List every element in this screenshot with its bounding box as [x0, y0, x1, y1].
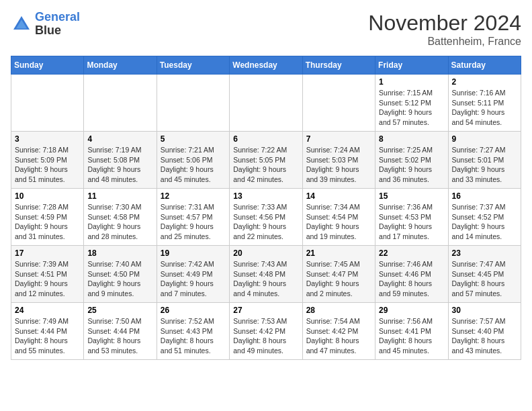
calendar-cell: 26Sunrise: 7:52 AM Sunset: 4:43 PM Dayli… [157, 303, 229, 360]
weekday-header-tuesday: Tuesday [157, 56, 229, 75]
logo-icon [11, 13, 32, 35]
day-info: Sunrise: 7:45 AM Sunset: 4:47 PM Dayligh… [306, 259, 371, 299]
calendar-cell: 10Sunrise: 7:28 AM Sunset: 4:59 PM Dayli… [11, 189, 84, 246]
calendar-cell: 3Sunrise: 7:18 AM Sunset: 5:09 PM Daylig… [11, 132, 84, 189]
calendar-cell: 15Sunrise: 7:36 AM Sunset: 4:53 PM Dayli… [375, 189, 448, 246]
calendar-cell: 18Sunrise: 7:40 AM Sunset: 4:50 PM Dayli… [84, 246, 157, 303]
calendar-cell: 7Sunrise: 7:24 AM Sunset: 5:03 PM Daylig… [302, 132, 375, 189]
day-info: Sunrise: 7:39 AM Sunset: 4:51 PM Dayligh… [15, 259, 80, 299]
calendar-cell [157, 75, 229, 132]
calendar-cell: 4Sunrise: 7:19 AM Sunset: 5:08 PM Daylig… [84, 132, 157, 189]
day-info: Sunrise: 7:33 AM Sunset: 4:56 PM Dayligh… [233, 202, 298, 242]
day-info: Sunrise: 7:56 AM Sunset: 4:41 PM Dayligh… [379, 316, 444, 356]
calendar-cell: 17Sunrise: 7:39 AM Sunset: 4:51 PM Dayli… [11, 246, 84, 303]
day-number: 30 [452, 306, 517, 315]
day-info: Sunrise: 7:24 AM Sunset: 5:03 PM Dayligh… [306, 145, 371, 185]
day-number: 20 [233, 248, 298, 258]
day-number: 6 [233, 134, 298, 144]
day-number: 5 [161, 134, 226, 144]
calendar-cell [302, 75, 375, 132]
day-number: 18 [87, 248, 152, 258]
calendar-cell: 16Sunrise: 7:37 AM Sunset: 4:52 PM Dayli… [448, 189, 521, 246]
weekday-header-wednesday: Wednesday [230, 56, 302, 75]
day-info: Sunrise: 7:36 AM Sunset: 4:53 PM Dayligh… [379, 202, 444, 242]
page-header: General Blue November 2024 Battenheim, F… [11, 11, 521, 48]
calendar-cell: 19Sunrise: 7:42 AM Sunset: 4:49 PM Dayli… [157, 246, 229, 303]
day-number: 10 [15, 191, 80, 201]
day-number: 12 [161, 191, 226, 201]
day-number: 15 [379, 191, 444, 201]
day-number: 13 [233, 191, 298, 201]
calendar-cell: 29Sunrise: 7:56 AM Sunset: 4:41 PM Dayli… [375, 303, 448, 360]
day-info: Sunrise: 7:46 AM Sunset: 4:46 PM Dayligh… [379, 259, 444, 299]
day-number: 26 [161, 306, 226, 315]
day-number: 27 [233, 306, 298, 315]
day-info: Sunrise: 7:54 AM Sunset: 4:42 PM Dayligh… [306, 316, 371, 356]
calendar-cell: 24Sunrise: 7:49 AM Sunset: 4:44 PM Dayli… [11, 303, 84, 360]
day-number: 29 [379, 306, 444, 315]
day-info: Sunrise: 7:57 AM Sunset: 4:40 PM Dayligh… [452, 316, 517, 356]
calendar-table: SundayMondayTuesdayWednesdayThursdayFrid… [11, 56, 521, 360]
calendar-cell: 23Sunrise: 7:47 AM Sunset: 4:45 PM Dayli… [448, 246, 521, 303]
calendar-cell: 2Sunrise: 7:16 AM Sunset: 5:11 PM Daylig… [448, 75, 521, 132]
calendar-cell: 12Sunrise: 7:31 AM Sunset: 4:57 PM Dayli… [157, 189, 229, 246]
calendar-cell: 5Sunrise: 7:21 AM Sunset: 5:06 PM Daylig… [157, 132, 229, 189]
day-info: Sunrise: 7:25 AM Sunset: 5:02 PM Dayligh… [379, 145, 444, 185]
weekday-header-thursday: Thursday [302, 56, 375, 75]
day-info: Sunrise: 7:21 AM Sunset: 5:06 PM Dayligh… [161, 145, 226, 185]
week-row-3: 10Sunrise: 7:28 AM Sunset: 4:59 PM Dayli… [11, 189, 521, 246]
day-number: 16 [452, 191, 517, 201]
calendar-cell: 6Sunrise: 7:22 AM Sunset: 5:05 PM Daylig… [230, 132, 302, 189]
day-info: Sunrise: 7:18 AM Sunset: 5:09 PM Dayligh… [15, 145, 80, 185]
day-number: 2 [452, 77, 517, 87]
day-info: Sunrise: 7:49 AM Sunset: 4:44 PM Dayligh… [15, 316, 80, 356]
logo-text: General Blue [35, 11, 80, 38]
day-number: 4 [87, 134, 152, 144]
day-number: 11 [87, 191, 152, 201]
weekday-header-row: SundayMondayTuesdayWednesdayThursdayFrid… [11, 56, 521, 75]
calendar-cell: 14Sunrise: 7:34 AM Sunset: 4:54 PM Dayli… [302, 189, 375, 246]
title-area: November 2024 Battenheim, France [368, 11, 521, 48]
calendar-cell: 22Sunrise: 7:46 AM Sunset: 4:46 PM Dayli… [375, 246, 448, 303]
day-number: 21 [306, 248, 371, 258]
day-info: Sunrise: 7:42 AM Sunset: 4:49 PM Dayligh… [161, 259, 226, 299]
day-number: 9 [452, 134, 517, 144]
calendar-cell: 13Sunrise: 7:33 AM Sunset: 4:56 PM Dayli… [230, 189, 302, 246]
calendar-cell: 11Sunrise: 7:30 AM Sunset: 4:58 PM Dayli… [84, 189, 157, 246]
day-number: 3 [15, 134, 80, 144]
calendar-cell: 9Sunrise: 7:27 AM Sunset: 5:01 PM Daylig… [448, 132, 521, 189]
week-row-5: 24Sunrise: 7:49 AM Sunset: 4:44 PM Dayli… [11, 303, 521, 360]
day-number: 22 [379, 248, 444, 258]
day-number: 1 [379, 77, 444, 87]
day-info: Sunrise: 7:37 AM Sunset: 4:52 PM Dayligh… [452, 202, 517, 242]
day-info: Sunrise: 7:50 AM Sunset: 4:44 PM Dayligh… [87, 316, 152, 356]
calendar-cell: 28Sunrise: 7:54 AM Sunset: 4:42 PM Dayli… [302, 303, 375, 360]
calendar-cell: 20Sunrise: 7:43 AM Sunset: 4:48 PM Dayli… [230, 246, 302, 303]
calendar-cell [84, 75, 157, 132]
day-number: 19 [161, 248, 226, 258]
day-number: 14 [306, 191, 371, 201]
month-title: November 2024 [368, 11, 521, 36]
calendar-cell: 1Sunrise: 7:15 AM Sunset: 5:12 PM Daylig… [375, 75, 448, 132]
week-row-2: 3Sunrise: 7:18 AM Sunset: 5:09 PM Daylig… [11, 132, 521, 189]
weekday-header-sunday: Sunday [11, 56, 84, 75]
day-info: Sunrise: 7:30 AM Sunset: 4:58 PM Dayligh… [87, 202, 152, 242]
day-info: Sunrise: 7:53 AM Sunset: 4:42 PM Dayligh… [233, 316, 298, 356]
day-info: Sunrise: 7:34 AM Sunset: 4:54 PM Dayligh… [306, 202, 371, 242]
day-info: Sunrise: 7:16 AM Sunset: 5:11 PM Dayligh… [452, 88, 517, 128]
day-info: Sunrise: 7:31 AM Sunset: 4:57 PM Dayligh… [161, 202, 226, 242]
day-info: Sunrise: 7:27 AM Sunset: 5:01 PM Dayligh… [452, 145, 517, 185]
location: Battenheim, France [368, 36, 521, 48]
day-info: Sunrise: 7:47 AM Sunset: 4:45 PM Dayligh… [452, 259, 517, 299]
day-number: 24 [15, 306, 80, 315]
calendar-cell [230, 75, 302, 132]
day-info: Sunrise: 7:19 AM Sunset: 5:08 PM Dayligh… [87, 145, 152, 185]
weekday-header-friday: Friday [375, 56, 448, 75]
day-info: Sunrise: 7:43 AM Sunset: 4:48 PM Dayligh… [233, 259, 298, 299]
calendar-cell: 8Sunrise: 7:25 AM Sunset: 5:02 PM Daylig… [375, 132, 448, 189]
day-info: Sunrise: 7:15 AM Sunset: 5:12 PM Dayligh… [379, 88, 444, 128]
week-row-1: 1Sunrise: 7:15 AM Sunset: 5:12 PM Daylig… [11, 75, 521, 132]
calendar-cell: 27Sunrise: 7:53 AM Sunset: 4:42 PM Dayli… [230, 303, 302, 360]
calendar-cell [11, 75, 84, 132]
day-info: Sunrise: 7:22 AM Sunset: 5:05 PM Dayligh… [233, 145, 298, 185]
